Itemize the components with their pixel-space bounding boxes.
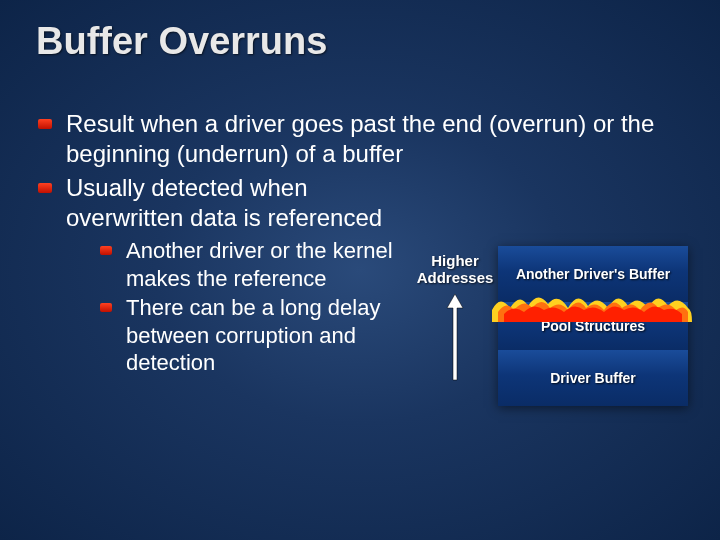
sub-bullet-text: Another driver or the kernel makes the r… — [126, 238, 393, 291]
stack-box-bottom: Driver Buffer — [498, 350, 688, 406]
axis-label-bottom: Addresses — [417, 269, 494, 286]
stack-box-label: Pool Structures — [541, 318, 645, 334]
arrow-up-icon — [445, 292, 465, 382]
stack-box-label: Driver Buffer — [550, 370, 636, 386]
memory-stack: Another Driver's Buffer Pool Structures … — [498, 246, 688, 406]
sub-bullet-item: There can be a long delay between corrup… — [66, 294, 416, 377]
bullet-text: Result when a driver goes past the end (… — [66, 110, 654, 167]
slide-title: Buffer Overruns — [36, 20, 690, 63]
axis-label-top: Higher — [431, 252, 479, 269]
bullet-item: Result when a driver goes past the end (… — [36, 109, 690, 169]
stack-box-label: Another Driver's Buffer — [516, 266, 670, 282]
diagram-axis: Higher Addresses — [412, 246, 498, 406]
bullet-text: Usually detected when overwritten data i… — [66, 173, 426, 233]
sub-bullet-text: There can be a long delay between corrup… — [126, 295, 380, 375]
memory-diagram: Higher Addresses Another Driver's Buffer… — [412, 246, 688, 406]
stack-box-middle: Pool Structures — [498, 302, 688, 350]
stack-box-top: Another Driver's Buffer — [498, 246, 688, 302]
sub-bullet-item: Another driver or the kernel makes the r… — [66, 237, 416, 292]
